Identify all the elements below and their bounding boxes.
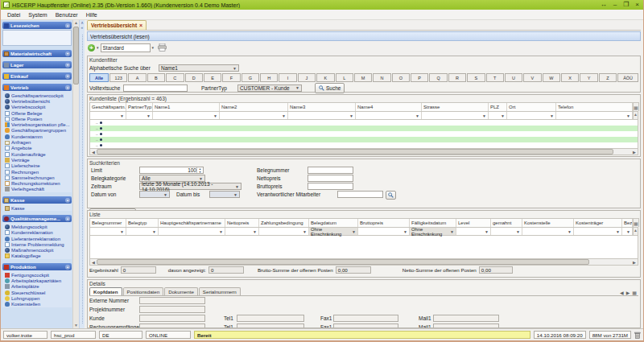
verantwortlicher-input[interactable] xyxy=(337,191,383,198)
sidebar-section-kasse[interactable]: Kasse ▴ xyxy=(2,196,72,204)
sidebar-item[interactable]: Lohngruppen xyxy=(5,295,72,301)
column-filter[interactable]: Ohne Einschränkung▼ xyxy=(309,228,358,235)
volltextsuche-input[interactable] xyxy=(123,84,188,92)
sidebar-item[interactable]: Geschäftspartnercockpit xyxy=(5,93,72,98)
sidebar-item[interactable]: Vertriebsübersicht xyxy=(5,98,72,104)
sidebar-item[interactable]: Steuerschlüssel xyxy=(5,290,72,295)
alphabet-button[interactable]: Alle xyxy=(89,73,109,82)
profile-dropdown-icon[interactable]: ▾ xyxy=(152,45,155,50)
column-filter[interactable]: ▼ xyxy=(422,112,489,119)
column-filter[interactable]: ▼ xyxy=(522,228,574,235)
bruttopreis-input[interactable] xyxy=(308,183,353,190)
sidebar-item[interactable]: Interne Problemmeldung xyxy=(5,241,72,247)
column-header[interactable]: Strasse xyxy=(422,103,489,111)
alphabet-button[interactable]: E xyxy=(204,73,221,82)
details-input[interactable] xyxy=(139,315,205,322)
alphabet-button[interactable]: K xyxy=(316,73,334,82)
column-header[interactable]: Belegdatum xyxy=(309,219,358,227)
column-filter[interactable]: ▼ xyxy=(126,112,153,119)
alphabet-button[interactable]: T xyxy=(486,73,504,82)
mitarbeiter-suche-button[interactable] xyxy=(386,191,396,200)
sidebar-item[interactable]: Vertriebscockpit xyxy=(5,105,72,110)
tel-input[interactable] xyxy=(237,315,304,322)
sidebar-splitter[interactable]: ∧ « xyxy=(79,20,85,328)
trash-icon[interactable] xyxy=(634,332,641,339)
alphabet-button[interactable]: G xyxy=(242,73,259,82)
sidebar-item[interactable]: Rechnungen xyxy=(5,169,72,175)
sidebar-section-produktion[interactable]: Produktion ▴ xyxy=(2,263,72,270)
column-filter[interactable]: ▼ xyxy=(358,228,410,235)
sidebar-section-materialwirtschaft[interactable]: Materialwirtschaft ▾ xyxy=(2,50,72,57)
sidebar-section-einkauf[interactable]: Einkauf ▾ xyxy=(2,72,72,80)
collapse-arrow-icon[interactable]: ▴ xyxy=(65,85,70,90)
column-settings-icon[interactable]: ▦ xyxy=(634,218,639,227)
close-button[interactable]: × xyxy=(635,2,639,8)
sidebar-section-lager[interactable]: Lager ▾ xyxy=(2,61,72,68)
scrollbar-thumb[interactable] xyxy=(73,27,79,84)
alphabet-button[interactable]: Q xyxy=(429,73,447,82)
column-header[interactable]: Geschäftspartn... xyxy=(90,103,126,111)
collapse-arrow-icon[interactable]: ▴ xyxy=(65,198,70,203)
partnertyp-combobox[interactable]: CUSTOMER - Kunde ▼ xyxy=(237,84,302,92)
column-filter[interactable]: ▼ xyxy=(556,112,633,119)
column-header[interactable]: Zahlungsbedingung xyxy=(259,219,309,227)
collapse-arrow-icon[interactable]: ▴ xyxy=(65,23,70,28)
sidebar-item[interactable]: Geschäftspartnergruppen xyxy=(5,128,72,134)
printer-icon[interactable] xyxy=(158,43,167,52)
tab-scroll-right-icon[interactable]: ▶ xyxy=(626,290,630,295)
minimize-button[interactable]: – xyxy=(613,2,617,8)
column-filter[interactable]: ▼ xyxy=(90,112,126,119)
column-header[interactable]: Kostenträger xyxy=(574,219,622,227)
column-header[interactable]: Ort xyxy=(507,103,556,111)
column-filter[interactable]: ▼ xyxy=(288,112,356,119)
sidebar-item[interactable]: Arbeitsplätze xyxy=(5,284,72,290)
column-header[interactable]: Name2 xyxy=(220,103,288,111)
details-input[interactable] xyxy=(139,297,205,304)
collapse-arrow-icon[interactable]: ▴ xyxy=(65,265,70,270)
column-filter[interactable]: ▼ xyxy=(356,112,422,119)
column-header[interactable]: Kostenstelle xyxy=(522,219,574,227)
horizontal-scrollbar[interactable]: ◀ ▶ xyxy=(89,149,638,155)
sidebar-item[interactable]: Lieferantenreklamation xyxy=(5,236,72,241)
column-header[interactable]: Telefon xyxy=(556,103,633,111)
scroll-right-icon[interactable]: ▶ xyxy=(631,260,638,265)
nettopreis-input[interactable] xyxy=(308,175,353,182)
column-filter[interactable]: ▼ xyxy=(259,228,309,235)
column-filter[interactable]: ▼ xyxy=(574,228,622,235)
mail-input[interactable] xyxy=(433,315,499,322)
collapse-arrow-icon[interactable]: ▾ xyxy=(65,52,70,56)
details-input[interactable] xyxy=(139,306,205,313)
sidebar-item[interactable]: Verträge xyxy=(5,157,72,163)
scroll-left-icon[interactable]: ◀ xyxy=(90,150,97,155)
scroll-up-icon[interactable]: ▲ xyxy=(634,111,638,120)
table-row[interactable]: – xyxy=(90,131,638,137)
column-header[interactable]: Belegtyp xyxy=(126,219,159,227)
alphabet-button[interactable]: Z xyxy=(599,73,617,82)
details-tab[interactable]: Kopfdaten xyxy=(89,287,122,295)
alphabet-button[interactable]: L xyxy=(336,73,353,82)
sidebar-item[interactable]: Kostenstellen xyxy=(5,302,72,307)
column-filter[interactable]: ▼ xyxy=(126,228,159,235)
sidebar-section-vertrieb[interactable]: Vertrieb ▴ xyxy=(2,84,72,91)
column-header[interactable]: Hauptgeschäftspartnername xyxy=(159,219,225,227)
sidebar-item[interactable]: Offene Belege xyxy=(5,110,72,116)
scrollbar-thumb[interactable] xyxy=(97,259,589,265)
add-dropdown-icon[interactable]: ▾ xyxy=(97,45,99,50)
column-header[interactable]: Level xyxy=(456,219,491,227)
alphabet-button[interactable]: W xyxy=(543,73,560,82)
tab-close-icon[interactable]: × xyxy=(139,23,142,28)
sidebar-item[interactable]: Kasse xyxy=(5,205,72,211)
sidebar-item[interactable]: Verleihgeschäft xyxy=(5,187,72,192)
splitter-collapse-left-icon[interactable]: « xyxy=(81,25,84,30)
sidebar-item[interactable]: Kundenreklamation xyxy=(5,230,72,236)
zeitraum-combobox[interactable]: letzte 36 Monate (14.10.2013 - 14.10.201… xyxy=(139,183,242,190)
column-filter[interactable]: ▼ xyxy=(489,112,507,119)
belegnummer-input[interactable] xyxy=(308,167,353,174)
alphabet-button[interactable]: A xyxy=(128,73,146,82)
alphabet-button[interactable]: ÄÖÜ xyxy=(617,73,638,82)
sidebar-item[interactable]: Arbeitsplatzkapazitäten xyxy=(5,278,72,283)
alphabet-button[interactable]: R xyxy=(448,73,466,82)
column-filter[interactable]: ▼ xyxy=(622,228,633,235)
column-header[interactable]: PLZ xyxy=(489,103,507,111)
column-header[interactable]: PartnerTyp xyxy=(126,103,153,111)
